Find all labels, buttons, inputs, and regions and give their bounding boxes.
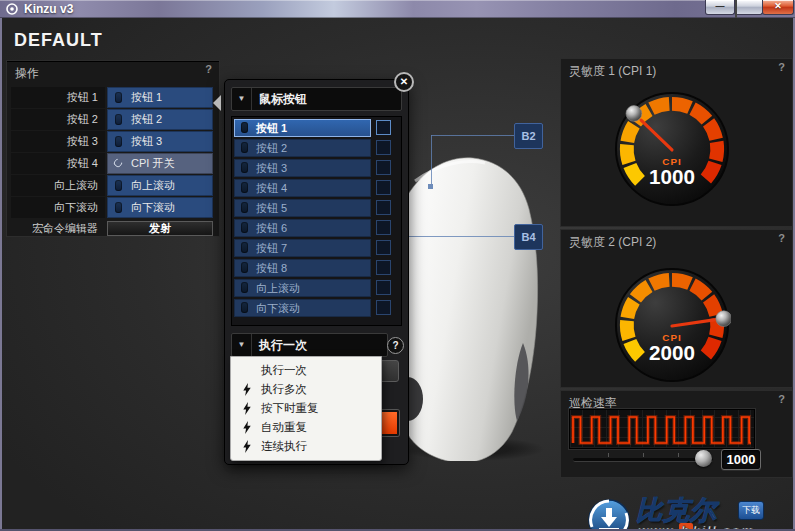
macro-editor-label: 宏命令编辑器 [11, 221, 105, 236]
mouse-icon [241, 242, 248, 253]
window-border [0, 18, 2, 531]
gauge-knob[interactable] [626, 106, 642, 122]
action-label: 按钮 1 [11, 87, 105, 108]
action-binding-button-4[interactable]: CPI 开关 [107, 153, 213, 174]
popup-callout-arrow [213, 95, 221, 111]
action-binding-button-1[interactable]: 按钮 1 [107, 87, 213, 108]
action-row: 按钮 4 CPI 开关 [11, 153, 213, 174]
app-logo-icon [6, 3, 18, 15]
action-row: 按钮 1 按钮 1 [11, 87, 213, 108]
list-item-button3[interactable]: 按钮 3 [234, 159, 371, 177]
checkbox-button8[interactable] [376, 260, 391, 275]
action-binding-scroll-down[interactable]: 向下滚动 [107, 197, 213, 218]
mouse-image [395, 151, 565, 461]
action-label: 向下滚动 [11, 197, 105, 218]
help-icon[interactable]: ? [778, 393, 785, 405]
list-item-button5[interactable]: 按钮 5 [234, 199, 371, 217]
macro-row: 宏命令编辑器 发射 [11, 221, 213, 236]
mouse-icon [241, 302, 248, 313]
action-label: 按钮 4 [11, 153, 105, 174]
profile-name: DEFAULT [14, 30, 103, 51]
minimize-icon: — [706, 0, 734, 13]
slider-tick [608, 453, 609, 457]
help-icon[interactable]: ? [778, 232, 785, 244]
help-icon[interactable]: ? [205, 63, 212, 75]
binding-type-label: 鼠标按钮 [259, 88, 307, 110]
polling-slider-track[interactable] [573, 458, 713, 462]
help-icon[interactable]: ? [387, 337, 404, 354]
list-item-button8[interactable]: 按钮 8 [234, 259, 371, 277]
mouse-icon [241, 182, 248, 193]
checkbox-button1[interactable] [376, 120, 391, 135]
sensitivity2-title: 灵敏度 2 (CPI 2) [569, 234, 656, 251]
action-row: 向下滚动 向下滚动 [11, 197, 213, 218]
mouse-button-label-b4[interactable]: B4 [514, 224, 543, 250]
execute-mode-dropdown[interactable]: ▼ 执行一次 [231, 333, 388, 357]
action-binding-button-2[interactable]: 按钮 2 [107, 109, 213, 130]
bolt-icon [242, 383, 252, 396]
svg-text:1000: 1000 [649, 165, 695, 188]
maximize-button[interactable] [734, 0, 763, 15]
watermark-logo-icon [586, 497, 632, 531]
list-item-button1[interactable]: 按钮 1 [234, 119, 371, 137]
b2-anchor-dot [428, 184, 433, 189]
checkbox-button6[interactable] [376, 220, 391, 235]
close-icon: ✕ [763, 0, 793, 13]
popup-close-button[interactable]: ✕ [394, 72, 414, 92]
cpi2-gauge[interactable]: CPI2000 [613, 266, 731, 384]
mouse-icon [115, 136, 122, 147]
launch-button[interactable]: 发射 [107, 221, 213, 236]
list-item-button4[interactable]: 按钮 4 [234, 179, 371, 197]
list-item-button7[interactable]: 按钮 7 [234, 239, 371, 257]
b4-connector-line [407, 236, 514, 237]
close-window-button[interactable]: ✕ [762, 0, 794, 15]
cpi1-gauge[interactable]: CPI1000 [613, 90, 731, 208]
sensitivity1-panel: 灵敏度 1 (CPI 1) ? CPI1000 [560, 58, 793, 227]
title-bar[interactable]: Kinzu v3 — ✕ [0, 0, 795, 18]
menu-item-continuous[interactable]: 连续执行 [231, 437, 381, 456]
action-row: 按钮 2 按钮 2 [11, 109, 213, 130]
menu-item-run-once[interactable]: 执行一次 [231, 361, 381, 380]
checkbox-scroll-up[interactable] [376, 280, 391, 295]
action-row: 向上滚动 向上滚动 [11, 175, 213, 196]
minimize-button[interactable]: — [705, 0, 735, 15]
actions-panel-title: 操作 [15, 65, 39, 82]
action-label: 按钮 2 [11, 109, 105, 130]
bolt-icon [242, 402, 252, 415]
mouse-icon [241, 262, 248, 273]
app-window: Kinzu v3 — ✕ DEFAULT [0, 0, 795, 531]
action-binding-scroll-up[interactable]: 向上滚动 [107, 175, 213, 196]
sensitivity2-panel: 灵敏度 2 (CPI 2) ? CPI2000 [560, 229, 793, 388]
list-item-button6[interactable]: 按钮 6 [234, 219, 371, 237]
cpi-toggle-icon [112, 157, 123, 168]
execute-mode-label: 执行一次 [259, 334, 307, 356]
action-binding-button-3[interactable]: 按钮 3 [107, 131, 213, 152]
mouse-icon [115, 180, 122, 191]
menu-item-run-multiple[interactable]: 执行多次 [231, 380, 381, 399]
mouse-icon [115, 114, 122, 125]
checkbox-button2[interactable] [376, 140, 391, 155]
execute-mode-menu: 执行一次 执行多次 按下时重复 自动重复 连续执行 [230, 356, 382, 461]
binding-type-dropdown[interactable]: ▼ 鼠标按钮 [231, 87, 402, 111]
action-label: 按钮 3 [11, 131, 105, 152]
window-body: DEFAULT B2 B4 操 [2, 18, 793, 529]
b2-connector-line-vert [431, 135, 432, 186]
mouse-button-label-b2[interactable]: B2 [514, 123, 543, 149]
list-item-scroll-down[interactable]: 向下滚动 [234, 299, 371, 317]
b2-connector-line [431, 135, 514, 136]
polling-slider-knob[interactable] [695, 450, 712, 467]
gauge-knob[interactable] [716, 311, 731, 327]
menu-item-auto-repeat[interactable]: 自动重复 [231, 418, 381, 437]
list-item-button2[interactable]: 按钮 2 [234, 139, 371, 157]
checkbox-scroll-down[interactable] [376, 300, 391, 315]
checkbox-button5[interactable] [376, 200, 391, 215]
checkbox-button4[interactable] [376, 180, 391, 195]
help-icon[interactable]: ? [778, 61, 785, 73]
checkbox-button7[interactable] [376, 240, 391, 255]
menu-item-repeat-while-pressed[interactable]: 按下时重复 [231, 399, 381, 418]
list-item-scroll-up[interactable]: 向上滚动 [234, 279, 371, 297]
mouse-icon [115, 202, 122, 213]
checkbox-button3[interactable] [376, 160, 391, 175]
mouse-icon [241, 142, 248, 153]
bolt-icon [242, 421, 252, 434]
